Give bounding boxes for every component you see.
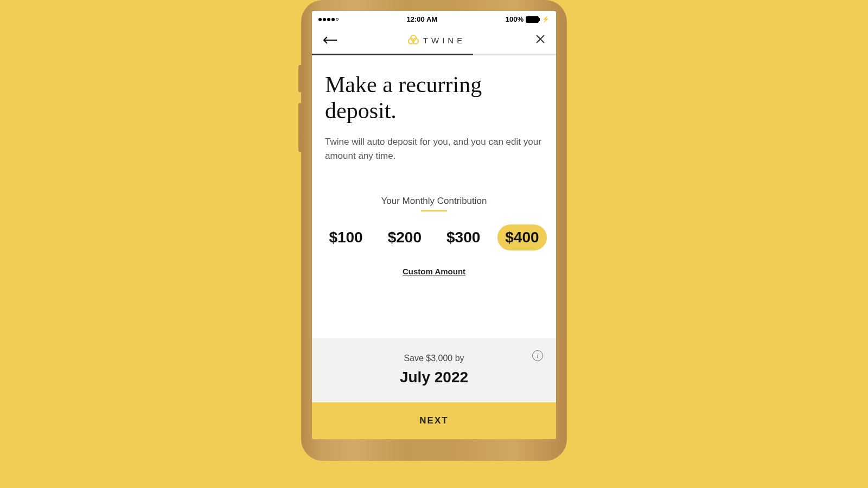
twine-logo-icon <box>408 35 419 46</box>
brand-name: TWINE <box>423 36 465 45</box>
nav-bar: TWINE <box>312 25 556 54</box>
amount-option-100[interactable]: $100 <box>321 224 370 251</box>
summary-panel: i Save $3,000 by July 2022 <box>312 338 556 402</box>
amount-options: $100 $200 $300 $400 <box>325 224 543 251</box>
next-button[interactable]: NEXT <box>312 402 556 439</box>
accent-underline <box>421 210 447 211</box>
battery-icon <box>526 16 540 23</box>
info-button[interactable]: i <box>532 350 543 361</box>
amount-option-300[interactable]: $300 <box>439 224 488 251</box>
contribution-label: Your Monthly Contribution <box>325 196 543 207</box>
content: Make a recurring deposit. Twine will aut… <box>312 55 556 338</box>
summary-prefix: Save $3,000 by <box>325 354 543 363</box>
page-subtitle: Twine will auto deposit for you, and you… <box>325 135 543 164</box>
battery-percent: 100% <box>506 15 524 23</box>
custom-amount-link[interactable]: Custom Amount <box>325 267 543 276</box>
info-icon: i <box>537 351 539 360</box>
battery-status: 100% ⚡ <box>506 15 550 23</box>
phone-frame: 12:00 AM 100% ⚡ <box>301 0 567 461</box>
brand: TWINE <box>408 35 465 46</box>
close-button[interactable] <box>535 34 545 47</box>
status-time: 12:00 AM <box>407 15 438 23</box>
summary-date: July 2022 <box>325 369 543 386</box>
amount-option-400[interactable]: $400 <box>497 224 546 251</box>
status-bar: 12:00 AM 100% ⚡ <box>312 11 556 25</box>
amount-option-200[interactable]: $200 <box>380 224 429 251</box>
page-title: Make a recurring deposit. <box>325 72 543 124</box>
close-icon <box>535 34 545 44</box>
signal-dots <box>318 18 339 21</box>
back-arrow-icon <box>323 36 338 44</box>
charging-icon: ⚡ <box>542 16 550 23</box>
back-button[interactable] <box>323 33 338 47</box>
screen: 12:00 AM 100% ⚡ <box>312 11 556 439</box>
